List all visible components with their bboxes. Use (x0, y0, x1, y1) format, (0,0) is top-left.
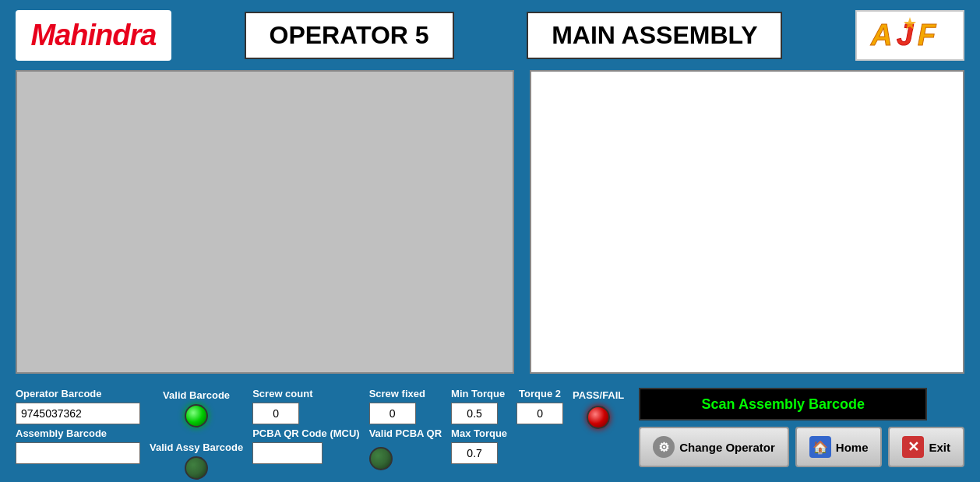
camera-view-right (530, 70, 964, 374)
home-icon: 🏠 (809, 436, 831, 458)
main-assembly-title: MAIN ASSEMBLY (527, 12, 782, 59)
svg-text:A: A (870, 19, 892, 51)
min-torque-label: Min Torque (451, 388, 507, 399)
valid-assy-barcode-led (185, 456, 208, 480)
change-operator-label: Change Operator (679, 441, 775, 454)
operator-label: OPERATOR 5 (270, 21, 429, 49)
ajf-logo-svg: A J F (867, 16, 953, 55)
screw-count-label: Screw count (252, 388, 359, 399)
torque2-label: Torque 2 (519, 388, 561, 399)
max-torque-label: Max Torque (451, 427, 507, 439)
pass-fail-led (587, 406, 610, 429)
exit-icon: ✕ (902, 436, 924, 458)
bottom-buttons: ⚙ Change Operator 🏠 Home ✕ Exit (639, 427, 964, 467)
assembly-barcode-input[interactable] (16, 442, 140, 464)
valid-barcode-led (185, 404, 208, 427)
screw-fixed-group: Screw fixed Valid PCBA QR (369, 388, 442, 470)
max-torque-input[interactable] (451, 442, 498, 464)
scan-barcode-text: Scan Assembly Barcode (702, 396, 865, 413)
screw-pcba-group: Screw count PCBA QR Code (MCU) (252, 388, 359, 464)
valid-pcba-qr-led (369, 447, 393, 470)
mahindra-logo-text: Mahindra (31, 19, 157, 52)
mahindra-logo: Mahindra (16, 10, 171, 61)
exit-button[interactable]: ✕ Exit (888, 427, 964, 467)
valid-barcode-group: Valid Barcode (163, 389, 230, 427)
camera-view-left (16, 70, 514, 374)
main-content (0, 70, 980, 382)
screw-fixed-label: Screw fixed (369, 388, 442, 399)
screw-count-input[interactable] (252, 403, 299, 424)
header: Mahindra OPERATOR 5 MAIN ASSEMBLY A J F (0, 0, 980, 70)
torque2-input[interactable] (516, 403, 563, 424)
exit-label: Exit (929, 441, 950, 454)
home-button[interactable]: 🏠 Home (795, 427, 883, 467)
valid-assy-barcode-group: Valid Assy Barcode (150, 442, 243, 480)
operator-barcode-label: Operator Barcode (16, 388, 140, 399)
pcba-qr-input[interactable] (252, 442, 323, 464)
svg-text:F: F (918, 19, 937, 51)
change-operator-button[interactable]: ⚙ Change Operator (639, 427, 789, 467)
torque-group: Min Torque Max Torque (451, 388, 507, 464)
screw-fixed-input[interactable] (369, 403, 416, 424)
scan-barcode-display: Scan Assembly Barcode (639, 388, 927, 420)
operator-title: OPERATOR 5 (245, 12, 454, 59)
ajf-logo: A J F (855, 10, 964, 61)
operator-barcode-group: Operator Barcode Assembly Barcode (16, 388, 140, 464)
pass-fail-group: PASS/FAIL (573, 388, 624, 429)
gear-icon: ⚙ (653, 436, 675, 458)
valid-pcba-qr-label: Valid PCBA QR (369, 427, 442, 439)
pass-fail-label: PASS/FAIL (573, 389, 624, 401)
operator-barcode-input[interactable] (16, 403, 140, 424)
torque2-group: Torque 2 (516, 388, 563, 424)
valid-barcode-label: Valid Barcode (163, 389, 230, 401)
valid-assy-barcode-label: Valid Assy Barcode (150, 442, 243, 453)
main-assembly-label: MAIN ASSEMBLY (552, 21, 757, 49)
assembly-barcode-label: Assembly Barcode (16, 427, 140, 439)
pcba-qr-label: PCBA QR Code (MCU) (252, 427, 359, 439)
home-label: Home (836, 441, 869, 454)
bottom-bar: Operator Barcode Assembly Barcode Valid … (0, 382, 980, 482)
min-torque-input[interactable] (451, 403, 498, 424)
right-panel: Scan Assembly Barcode ⚙ Change Operator … (639, 388, 964, 467)
